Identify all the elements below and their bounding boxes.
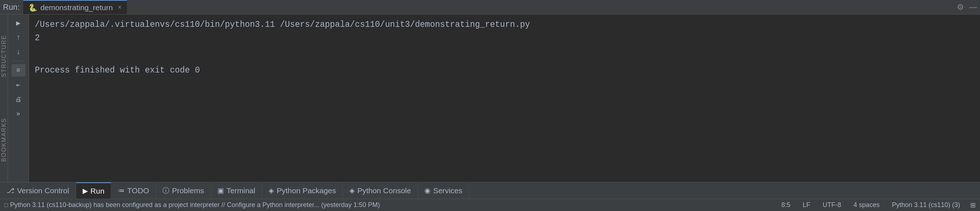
main-area: Structure Bookmarks ▶ ↑ ↓ ≡ ⇤ 🖨 » /Users…	[0, 14, 980, 182]
todo-icon: ≔	[118, 186, 125, 195]
problems-icon: ⓘ	[162, 186, 169, 195]
tab-services[interactable]: ◉ Services	[418, 182, 469, 199]
console-line-blank	[35, 45, 974, 58]
settings-icon[interactable]: ⚙	[957, 3, 964, 12]
run-label: Run:	[3, 3, 19, 12]
services-icon: ◉	[425, 186, 431, 195]
sidebar-item-structure[interactable]: Structure	[0, 32, 8, 80]
bottom-tabs: ⎇ Version Control ▶ Run ≔ TODO ⓘ Problem…	[0, 182, 980, 199]
tab-todo-label: TODO	[127, 186, 149, 195]
tab-python-packages[interactable]: ◈ Python Packages	[262, 182, 342, 199]
python-tab-icon: 🐍	[28, 3, 37, 12]
scroll-down-button[interactable]: ↓	[11, 46, 25, 58]
clear-button[interactable]: ⇤	[11, 79, 25, 91]
status-bar: □ Python 3.11 (cs110-backup) has been co…	[0, 199, 980, 211]
layout-icon[interactable]: ⊞	[970, 201, 976, 209]
tab-run-label: Run	[91, 187, 105, 195]
tab-terminal[interactable]: ▣ Terminal	[211, 182, 262, 199]
tab-todo[interactable]: ≔ TODO	[111, 182, 156, 199]
run-tab-name: demonstrating_return	[40, 3, 113, 12]
run-button[interactable]: ▶	[11, 17, 25, 29]
tab-version-control[interactable]: ⎇ Version Control	[0, 182, 76, 199]
sidebar-item-bookmarks[interactable]: Bookmarks	[0, 115, 8, 165]
status-position[interactable]: 8:5	[779, 200, 792, 209]
status-encoding[interactable]: UTF-8	[821, 200, 843, 209]
tab-problems[interactable]: ⓘ Problems	[156, 182, 211, 199]
status-indent[interactable]: 4 spaces	[851, 200, 882, 209]
left-sidebar: Structure Bookmarks	[0, 14, 8, 182]
run-tab-icon: ▶	[83, 187, 88, 195]
status-line-ending[interactable]: LF	[800, 200, 813, 209]
version-control-icon: ⎇	[6, 186, 14, 195]
tab-run[interactable]: ▶ Run	[76, 182, 111, 199]
status-bar-left: □ Python 3.11 (cs110-backup) has been co…	[4, 201, 779, 209]
python-packages-icon: ◈	[269, 186, 274, 195]
tab-python-console[interactable]: ◈ Python Console	[343, 182, 418, 199]
status-icon: □	[4, 202, 8, 208]
status-interpreter[interactable]: Python 3.11 (cs110) (3)	[890, 200, 962, 209]
more-button[interactable]: »	[11, 108, 25, 120]
terminal-icon: ▣	[218, 186, 224, 195]
run-bar-actions: ⚙ —	[957, 3, 977, 12]
console-line-exit: Process finished with exit code 0	[35, 64, 974, 77]
tab-terminal-label: Terminal	[226, 186, 255, 195]
status-message[interactable]: Python 3.11 (cs110-backup) has been conf…	[10, 201, 380, 209]
python-console-icon: ◈	[349, 186, 355, 195]
run-tab[interactable]: 🐍 demonstrating_return ×	[23, 0, 126, 14]
run-bar: Run: 🐍 demonstrating_return × ⚙ —	[0, 0, 980, 14]
wrap-button[interactable]: ≡	[11, 64, 25, 77]
run-tab-close-icon[interactable]: ×	[118, 4, 122, 11]
console-output: /Users/zappala/.virtualenvs/cs110/bin/py…	[29, 14, 980, 182]
toolbar: ▶ ↑ ↓ ≡ ⇤ 🖨 »	[8, 14, 29, 182]
minimize-icon[interactable]: —	[969, 3, 977, 12]
print-button[interactable]: 🖨	[11, 93, 25, 105]
tab-version-control-label: Version Control	[17, 186, 69, 195]
tab-python-console-label: Python Console	[357, 186, 411, 195]
toolbar-divider-1	[13, 61, 24, 61]
tab-problems-label: Problems	[172, 186, 204, 195]
scroll-up-button[interactable]: ↑	[11, 31, 25, 43]
console-line-output1: 2	[35, 32, 974, 45]
tab-python-packages-label: Python Packages	[277, 186, 336, 195]
status-bar-right: 8:5 LF UTF-8 4 spaces Python 3.11 (cs110…	[779, 200, 976, 209]
console-line-command: /Users/zappala/.virtualenvs/cs110/bin/py…	[35, 18, 974, 32]
tab-services-label: Services	[433, 186, 463, 195]
